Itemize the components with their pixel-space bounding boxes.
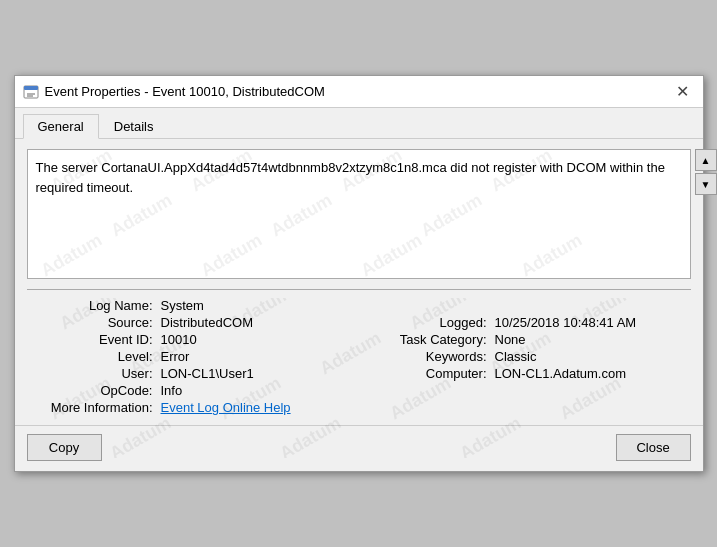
title-text: Event Properties - Event 10010, Distribu… bbox=[45, 84, 325, 99]
log-name-label: Log Name: bbox=[27, 298, 157, 313]
event-id-label: Event ID: bbox=[27, 332, 157, 347]
level-value: Error bbox=[161, 349, 357, 364]
scroll-buttons: ▲ ▼ bbox=[695, 149, 717, 195]
info-grid: Log Name: System Source: DistributedCOM … bbox=[27, 298, 691, 415]
content-area: Adatum Adatum Adatum Adatum Adatum Adatu… bbox=[15, 139, 703, 425]
keywords-label: Keywords: bbox=[361, 349, 491, 364]
info-area: Adatum Adatum Adatum Adatum Adatum Adatu… bbox=[27, 298, 691, 415]
computer-label: Computer: bbox=[361, 366, 491, 381]
title-bar-left: Event Properties - Event 10010, Distribu… bbox=[23, 84, 325, 100]
logged-label: Logged: bbox=[361, 315, 491, 330]
message-text: The server CortanaUI.AppXd4tad4d57t4wtdb… bbox=[36, 158, 682, 197]
footer: Copy Close bbox=[15, 425, 703, 471]
scroll-up-button[interactable]: ▲ bbox=[695, 149, 717, 171]
logged-value: 10/25/2018 10:48:41 AM bbox=[495, 315, 691, 330]
log-name-value: System bbox=[161, 298, 691, 313]
tabs-bar: General Details bbox=[15, 108, 703, 139]
task-cat-value: None bbox=[495, 332, 691, 347]
user-value: LON-CL1\User1 bbox=[161, 366, 357, 381]
divider bbox=[27, 289, 691, 290]
close-title-button[interactable]: ✕ bbox=[671, 80, 695, 104]
event-id-value: 10010 bbox=[161, 332, 357, 347]
scroll-down-button[interactable]: ▼ bbox=[695, 173, 717, 195]
message-area-wrapper: Adatum Adatum Adatum Adatum Adatum Adatu… bbox=[27, 149, 691, 279]
close-button[interactable]: Close bbox=[616, 434, 691, 461]
more-info-label: More Information: bbox=[27, 400, 157, 415]
opcode-value: Info bbox=[161, 383, 691, 398]
tab-details[interactable]: Details bbox=[99, 114, 169, 138]
copy-button[interactable]: Copy bbox=[27, 434, 102, 461]
event-properties-dialog: Event Properties - Event 10010, Distribu… bbox=[14, 75, 704, 472]
tab-general[interactable]: General bbox=[23, 114, 99, 139]
message-box: Adatum Adatum Adatum Adatum Adatum Adatu… bbox=[27, 149, 691, 279]
event-log-help-link[interactable]: Event Log Online Help bbox=[161, 400, 291, 415]
opcode-label: OpCode: bbox=[27, 383, 157, 398]
task-cat-label: Task Category: bbox=[361, 332, 491, 347]
source-value: DistributedCOM bbox=[161, 315, 357, 330]
title-bar: Event Properties - Event 10010, Distribu… bbox=[15, 76, 703, 108]
level-label: Level: bbox=[27, 349, 157, 364]
computer-value: LON-CL1.Adatum.com bbox=[495, 366, 691, 381]
svg-rect-1 bbox=[24, 86, 38, 90]
user-label: User: bbox=[27, 366, 157, 381]
source-label: Source: bbox=[27, 315, 157, 330]
keywords-value: Classic bbox=[495, 349, 691, 364]
dialog-icon bbox=[23, 84, 39, 100]
